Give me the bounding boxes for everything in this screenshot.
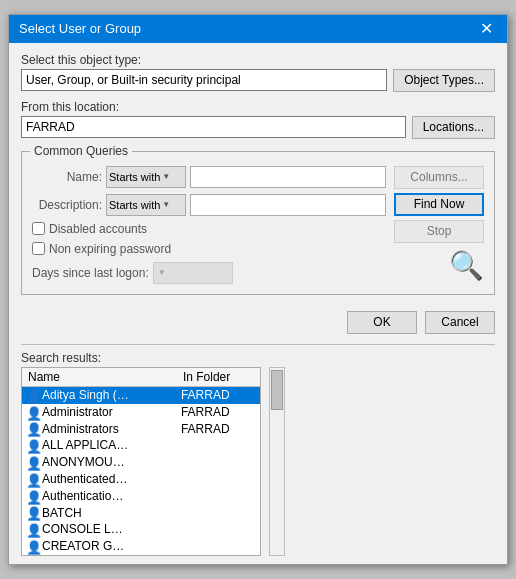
table-row[interactable]: 👤Authenticatio… xyxy=(22,488,260,505)
result-name-cell: 👤Authenticated… xyxy=(22,471,177,488)
ok-button[interactable]: OK xyxy=(347,311,417,334)
find-now-button[interactable]: Find Now xyxy=(394,193,484,216)
description-query-input[interactable] xyxy=(190,194,386,216)
description-query-row: Description: Starts with ▼ xyxy=(32,194,386,216)
name-query-label: Name: xyxy=(32,170,102,184)
non-expiring-row: Non expiring password xyxy=(32,242,386,256)
result-name-cell: 👤ALL APPLICA… xyxy=(22,437,177,454)
dialog-body: Select this object type: Object Types...… xyxy=(9,43,507,305)
result-folder-cell xyxy=(177,437,260,454)
name-query-input[interactable] xyxy=(190,166,386,188)
queries-right: Columns... Find Now Stop 🔍 xyxy=(394,166,484,284)
location-input[interactable] xyxy=(21,116,406,138)
table-row[interactable]: 👤AdministratorFARRAD xyxy=(22,404,260,421)
disabled-accounts-row: Disabled accounts xyxy=(32,222,386,236)
object-types-button[interactable]: Object Types... xyxy=(393,69,495,92)
common-queries-legend: Common Queries xyxy=(30,144,132,158)
close-button[interactable]: ✕ xyxy=(476,21,497,37)
days-select-arrow: ▼ xyxy=(158,268,166,277)
common-queries-content: Name: Starts with ▼ Description: Starts … xyxy=(32,166,484,284)
table-row[interactable]: 👤BATCH xyxy=(22,505,260,522)
scrollbar[interactable] xyxy=(269,367,285,556)
user-icon: 👤 xyxy=(26,456,40,470)
user-icon: 👤 xyxy=(26,473,40,487)
results-table: Name In Folder 👤Aditya Singh (…FARRAD👤Ad… xyxy=(22,368,260,555)
object-type-section: Select this object type: Object Types... xyxy=(21,53,495,92)
user-icon: 👤 xyxy=(26,506,40,520)
user-icon: 👤 xyxy=(26,406,40,420)
result-name-cell: 👤CONSOLE L… xyxy=(22,521,177,538)
result-name-cell: 👤Authenticatio… xyxy=(22,488,177,505)
results-container: Name In Folder 👤Aditya Singh (…FARRAD👤Ad… xyxy=(9,367,507,564)
disabled-accounts-checkbox[interactable] xyxy=(32,222,45,235)
result-name-cell: 👤CREATOR G… xyxy=(22,538,177,555)
table-row[interactable]: 👤ALL APPLICA… xyxy=(22,437,260,454)
object-type-label: Select this object type: xyxy=(21,53,495,67)
table-row[interactable]: 👤AdministratorsFARRAD xyxy=(22,421,260,438)
location-section: From this location: Locations... xyxy=(21,100,495,139)
table-row[interactable]: 👤ANONYMOU… xyxy=(22,454,260,471)
ok-cancel-footer: OK Cancel xyxy=(9,305,507,342)
object-type-row: Object Types... xyxy=(21,69,495,92)
select-user-group-dialog: Select User or Group ✕ Select this objec… xyxy=(8,14,508,565)
title-bar: Select User or Group ✕ xyxy=(9,15,507,43)
search-results-label: Search results: xyxy=(9,347,507,367)
object-type-input[interactable] xyxy=(21,69,387,91)
result-folder-cell xyxy=(177,488,260,505)
result-folder-cell xyxy=(177,538,260,555)
table-row[interactable]: 👤CONSOLE L… xyxy=(22,521,260,538)
location-row: Locations... xyxy=(21,116,495,139)
result-folder-cell xyxy=(177,505,260,522)
result-folder-cell xyxy=(177,471,260,488)
table-row[interactable]: 👤Aditya Singh (…FARRAD xyxy=(22,386,260,403)
user-icon: 👤 xyxy=(26,422,40,436)
results-table-wrapper: Name In Folder 👤Aditya Singh (…FARRAD👤Ad… xyxy=(21,367,261,556)
result-name-cell: 👤Administrator xyxy=(22,404,177,421)
location-label: From this location: xyxy=(21,100,495,114)
days-since-label: Days since last logon: xyxy=(32,266,149,280)
description-starts-with-select[interactable]: Starts with ▼ xyxy=(106,194,186,216)
description-select-arrow: ▼ xyxy=(162,200,170,209)
name-starts-with-value: Starts with xyxy=(109,171,160,183)
result-folder-cell: FARRAD xyxy=(177,386,260,403)
result-name-cell: 👤Administrators xyxy=(22,421,177,438)
stop-button[interactable]: Stop xyxy=(394,220,484,243)
cancel-button[interactable]: Cancel xyxy=(425,311,495,334)
name-query-row: Name: Starts with ▼ xyxy=(32,166,386,188)
non-expiring-checkbox[interactable] xyxy=(32,242,45,255)
result-folder-cell: FARRAD xyxy=(177,421,260,438)
result-folder-cell xyxy=(177,454,260,471)
user-icon: 👤 xyxy=(26,523,40,537)
user-icon: 👤 xyxy=(26,389,40,403)
scrollbar-thumb[interactable] xyxy=(271,370,283,410)
disabled-accounts-label: Disabled accounts xyxy=(49,222,147,236)
locations-button[interactable]: Locations... xyxy=(412,116,495,139)
non-expiring-label: Non expiring password xyxy=(49,242,171,256)
search-icon-area: 🔍 xyxy=(394,247,484,284)
table-row[interactable]: 👤CREATOR G… xyxy=(22,538,260,555)
description-starts-with-value: Starts with xyxy=(109,199,160,211)
col-name: Name xyxy=(22,368,177,387)
user-icon: 👤 xyxy=(26,540,40,554)
user-icon: 👤 xyxy=(26,490,40,504)
columns-button[interactable]: Columns... xyxy=(394,166,484,189)
result-folder-cell: FARRAD xyxy=(177,404,260,421)
result-folder-cell xyxy=(177,521,260,538)
dialog-title: Select User or Group xyxy=(19,21,141,36)
result-name-cell: 👤Aditya Singh (… xyxy=(22,386,177,403)
search-icon: 🔍 xyxy=(448,248,484,284)
common-queries-groupbox: Common Queries Name: Starts with ▼ Des xyxy=(21,151,495,295)
queries-left: Name: Starts with ▼ Description: Starts … xyxy=(32,166,386,284)
table-row[interactable]: 👤Authenticated… xyxy=(22,471,260,488)
result-name-cell: 👤ANONYMOU… xyxy=(22,454,177,471)
name-starts-with-select[interactable]: Starts with ▼ xyxy=(106,166,186,188)
user-icon: 👤 xyxy=(26,439,40,453)
result-name-cell: 👤BATCH xyxy=(22,505,177,522)
name-select-arrow: ▼ xyxy=(162,172,170,181)
days-since-row: Days since last logon: ▼ xyxy=(32,262,386,284)
col-folder: In Folder xyxy=(177,368,260,387)
separator xyxy=(21,344,495,345)
description-query-label: Description: xyxy=(32,198,102,212)
days-since-select: ▼ xyxy=(153,262,233,284)
